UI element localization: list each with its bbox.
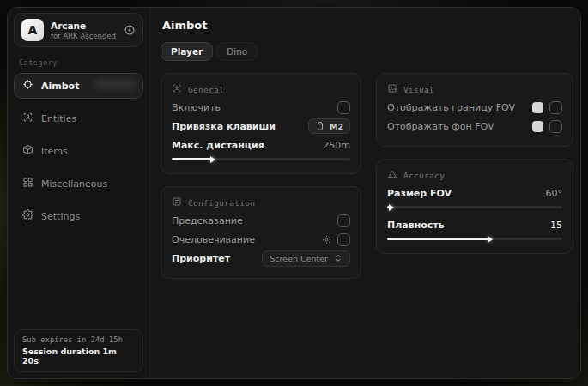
card-general-header: General [172,83,350,95]
sidebar-nav: Aimbot Entities Items Miscellaneous [14,73,143,229]
distance-label: Макс. дистанция [172,140,264,151]
crosshair-icon [22,79,33,93]
session-duration-text: Session duration 1m 20s [22,347,135,365]
chevrons-up-down-icon [334,254,342,262]
card-title: Visual [403,85,434,94]
fov-border-checkbox[interactable] [549,101,562,114]
humanization-label: Очеловечивание [172,234,255,245]
humanization-controls [322,233,350,246]
fov-border-row: Отображать границу FOV [387,98,562,117]
brand-subtitle: for ARK Ascended [51,32,116,40]
fov-bg-row: Отображать фон FOV [387,117,562,136]
mouse-icon [315,121,325,131]
card-configuration-header: Configuration [172,196,350,208]
sidebar-item-label: Settings [41,211,80,222]
brand-text: Arcane for ARK Ascended [51,21,116,40]
entity-scan-icon [22,112,33,125]
sidebar-item-label: Miscellaneous [41,178,107,190]
keybind-label: Привязка клавиши [172,121,276,132]
card-title: Configuration [188,198,255,208]
sidebar-item-settings[interactable]: Settings [14,203,143,229]
enable-row: Включить [172,98,350,117]
keybind-value: M2 [330,122,343,131]
main-content: Aimbot Player Dino General Включить [150,8,581,378]
smooth-row: Плавность 15 [387,215,562,234]
prediction-row: Предсказание [172,211,350,230]
brand-title: Arcane [51,21,116,31]
fov-size-label: Размер FOV [387,188,452,199]
card-general: General Включить Привязка клавиши M2 [161,73,361,174]
fov-border-label: Отображать границу FOV [387,102,515,113]
card-configuration: Configuration Предсказание Очеловечивани… [161,186,361,279]
sidebar: A Arcane for ARK Ascended Category Aimbo… [8,8,150,378]
card-accuracy: Accuracy Размер FOV 60° Плавность [376,159,573,254]
distance-slider[interactable] [172,158,350,160]
right-column: Visual Отображать границу FOV Отображать… [376,73,573,254]
tab-bar: Player Dino [161,42,573,61]
smooth-label: Плавность [387,220,445,231]
smooth-slider[interactable] [387,238,562,240]
grid-icon [22,177,33,190]
card-columns: General Включить Привязка клавиши M2 [161,73,573,279]
distance-value: 250m [323,140,350,151]
fov-bg-checkbox[interactable] [549,120,562,133]
fov-bg-controls [532,120,562,133]
brand-logo: A [21,19,44,41]
sidebar-item-items[interactable]: Items [14,138,143,164]
target-icon[interactable] [124,24,136,36]
enable-checkbox[interactable] [337,101,350,114]
tab-player[interactable]: Player [161,42,213,61]
fov-border-color-swatch[interactable] [532,102,543,113]
page-title: Aimbot [162,19,573,32]
person-scan-icon [172,83,182,95]
humanization-checkbox[interactable] [337,233,350,246]
sidebar-item-label: Items [41,146,68,157]
gear-icon [22,209,33,223]
humanization-row: Очеловечивание [172,230,350,249]
fov-size-slider[interactable] [387,206,562,208]
sidebar-item-aimbot[interactable]: Aimbot [14,73,143,99]
priority-row: Приоритет Screen Center [172,249,350,268]
enable-label: Включить [172,102,221,113]
fov-size-slider-fill [387,206,390,208]
category-label: Category [19,58,138,67]
smooth-slider-thumb[interactable] [488,236,493,243]
sidebar-item-entities[interactable]: Entities [14,106,143,131]
fov-size-slider-thumb[interactable] [389,204,394,211]
fov-bg-color-swatch[interactable] [532,121,543,132]
card-accuracy-header: Accuracy [387,169,562,181]
prediction-checkbox[interactable] [337,214,350,227]
fov-bg-label: Отображать фон FOV [387,121,494,132]
smooth-value: 15 [550,220,562,231]
distance-row: Макс. дистанция 250m [172,136,350,154]
card-title: General [188,85,224,94]
gear-icon[interactable] [322,235,331,244]
tab-dino[interactable]: Dino [216,42,258,61]
keybind-row: Привязка клавиши M2 [172,117,350,136]
card-visual-header: Visual [387,83,562,95]
image-icon [387,83,397,95]
card-title: Accuracy [403,171,445,180]
priority-dropdown[interactable]: Screen Center [262,250,350,267]
sidebar-item-label: Entities [41,113,76,124]
priority-label: Приоритет [172,253,230,264]
blurred-badge [94,80,136,89]
triangle-icon [387,169,397,181]
sidebar-item-miscellaneous[interactable]: Miscellaneous [14,171,143,196]
distance-slider-thumb[interactable] [210,156,215,163]
fov-size-value: 60° [546,188,563,199]
smooth-slider-fill [387,238,488,240]
sliders-box-icon [172,196,182,208]
sub-expiry-text: Sub expires in 24d 15h [22,335,135,344]
fov-size-row: Размер FOV 60° [387,184,562,202]
keybind-button[interactable]: M2 [308,118,350,134]
app-window: A Arcane for ARK Ascended Category Aimbo… [7,7,581,379]
sidebar-item-label: Aimbot [41,81,79,92]
left-column: General Включить Привязка клавиши M2 [161,73,361,279]
fov-border-controls [532,101,562,114]
prediction-label: Предсказание [172,215,243,226]
box-icon [22,144,33,158]
distance-slider-fill [172,158,211,160]
priority-value: Screen Center [270,254,328,263]
session-info-card: Sub expires in 24d 15h Session duration … [14,329,143,372]
